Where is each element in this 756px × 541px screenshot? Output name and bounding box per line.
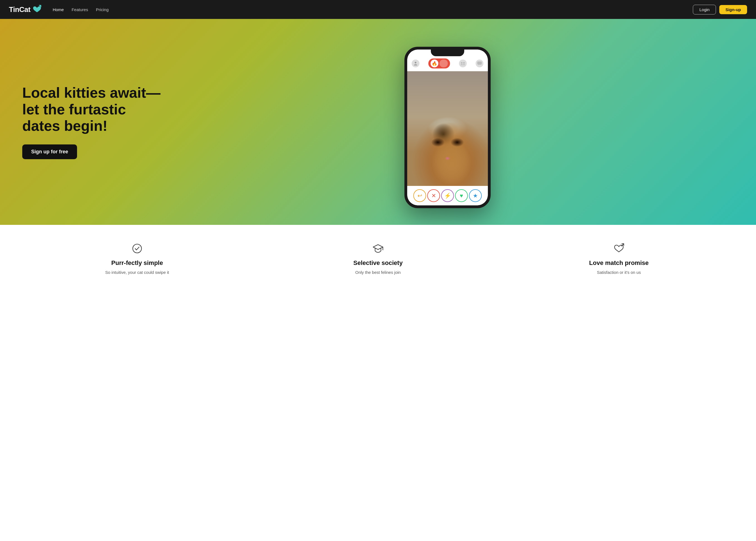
- feature-love: Love match promise Satisfaction or it's …: [577, 242, 660, 276]
- phone-mockup-wrapper: 🔥: [161, 36, 734, 208]
- svg-point-4: [133, 244, 141, 253]
- svg-marker-5: [373, 245, 383, 250]
- feature-simple-desc: So intuitive, your cat could swipe it: [96, 270, 179, 276]
- phone-screen: 🔥: [407, 50, 488, 206]
- nav-actions: Login Sign-up: [693, 5, 747, 14]
- feature-simple: Purr-fectly simple So intuitive, your ca…: [96, 242, 179, 276]
- signup-button[interactable]: Sign-up: [719, 5, 747, 14]
- phone-mockup: 🔥: [404, 47, 491, 208]
- check-circle-icon: [96, 242, 179, 256]
- like-button[interactable]: ♥: [455, 189, 468, 202]
- svg-point-2: [463, 62, 465, 64]
- feature-selective-title: Selective society: [336, 260, 420, 267]
- feature-simple-title: Purr-fectly simple: [96, 260, 179, 267]
- brand-icon: [33, 5, 41, 14]
- super-like-button[interactable]: ★: [469, 189, 482, 202]
- navbar: TinCat Home Features Pricing Login Sign-…: [0, 0, 756, 19]
- feature-selective: Selective society Only the best felines …: [336, 242, 420, 276]
- nav-home[interactable]: Home: [53, 7, 64, 12]
- nav-links: Home Features Pricing: [53, 7, 693, 12]
- login-button[interactable]: Login: [693, 5, 716, 14]
- nav-pricing[interactable]: Pricing: [96, 7, 109, 12]
- phone-matches-icon: [459, 60, 467, 67]
- brand-name: TinCat: [9, 5, 30, 14]
- svg-point-0: [415, 62, 416, 63]
- feature-love-title: Love match promise: [577, 260, 660, 267]
- svg-point-1: [461, 62, 463, 64]
- undo-button[interactable]: ↩: [413, 189, 426, 202]
- phone-cat-card[interactable]: [407, 71, 488, 186]
- hero-section: Local kitties await—let the furtastic da…: [0, 19, 756, 225]
- hero-content: Local kitties await—let the furtastic da…: [22, 85, 161, 159]
- phone-profile-icon: [412, 60, 419, 67]
- nope-button[interactable]: ✕: [427, 189, 440, 202]
- svg-rect-3: [477, 62, 482, 65]
- heart-arrow-icon: [577, 242, 660, 256]
- hero-title: Local kitties await—let the furtastic da…: [22, 85, 161, 134]
- nav-features[interactable]: Features: [72, 7, 88, 12]
- features-section: Purr-fectly simple So intuitive, your ca…: [0, 225, 756, 292]
- boost-button[interactable]: ⚡: [441, 189, 454, 202]
- cat-features-overlay: [407, 71, 488, 186]
- hero-cta-button[interactable]: Sign up for free: [22, 145, 77, 159]
- toggle-fire-icon: 🔥: [430, 60, 438, 67]
- feature-love-desc: Satisfaction or it's on us: [577, 270, 660, 276]
- toggle-off-area: [439, 60, 448, 67]
- graduation-icon: [336, 242, 420, 256]
- phone-notch: [431, 50, 464, 56]
- phone-swipe-toggle[interactable]: 🔥: [428, 58, 450, 69]
- brand-logo[interactable]: TinCat: [9, 5, 41, 14]
- phone-chat-icon: [476, 60, 483, 67]
- feature-selective-desc: Only the best felines join: [336, 270, 420, 276]
- phone-action-bar: ↩ ✕ ⚡ ♥ ★: [407, 186, 488, 206]
